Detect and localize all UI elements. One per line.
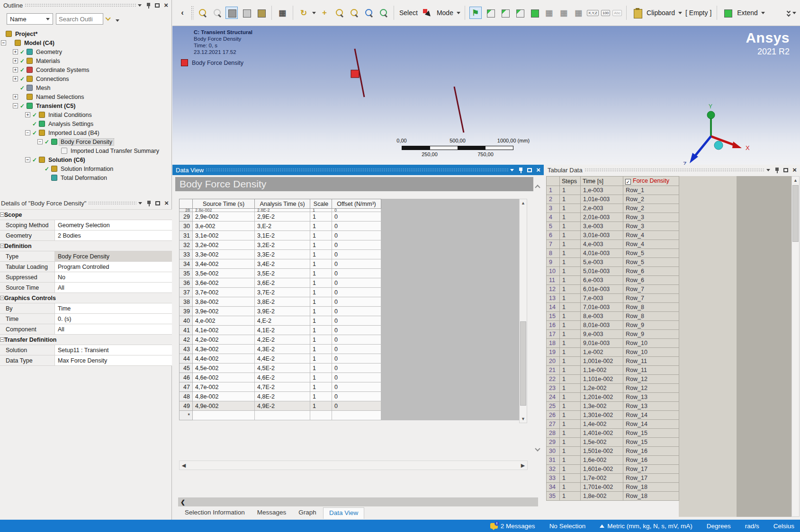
tabular-data-cell[interactable]: 1,501e-002 (581, 447, 623, 456)
load-table-row[interactable]: 333,3e-0023,3E-210 (180, 250, 381, 259)
tabular-time-header[interactable]: Time [s] (581, 177, 623, 186)
tree-item-total-deformation[interactable]: Total Deformation (0, 173, 171, 182)
tabular-data-cell[interactable]: Row_4 (623, 240, 679, 249)
tabular-data-cell[interactable]: 1 (560, 447, 581, 456)
label-annotation-icon[interactable]: Abc (612, 10, 622, 16)
tabular-data-cell[interactable]: 1 (560, 357, 581, 366)
load-table-cell[interactable]: 2,9e-002 (193, 212, 255, 222)
load-table-cell[interactable]: 1 (310, 354, 332, 364)
section-collapse-icon[interactable]: − (0, 244, 4, 248)
load-table-cell[interactable]: 4,8e-002 (193, 392, 255, 401)
orientation-triad[interactable]: Y X Z (679, 101, 750, 165)
load-table-cell[interactable]: 0 (332, 250, 381, 259)
zoom-fit-icon[interactable] (362, 7, 375, 19)
tabular-data-cell[interactable]: 7,01e-003 (581, 303, 623, 312)
tree-expander-icon[interactable]: − (13, 103, 18, 108)
tabular-data-row[interactable]: 1216,01e-003Row_7 (547, 285, 679, 294)
load-table-cell[interactable]: 0 (332, 316, 381, 326)
tabular-data-cell[interactable]: 1,01e-003 (581, 195, 623, 204)
tabular-data-row[interactable]: 1911,e-002Row_10 (547, 348, 679, 357)
tabular-data-cell[interactable]: 4,e-003 (581, 240, 623, 249)
load-table-cell[interactable]: 3,5E-2 (255, 269, 310, 278)
load-table-row[interactable]: 494,9e-0024,9E-210 (180, 401, 381, 411)
load-table-row[interactable]: 484,8e-0024,8E-210 (180, 392, 381, 401)
tabular-data-row[interactable]: 1719,e-003Row_9 (547, 330, 679, 339)
tabular-data-cell[interactable]: 1 (560, 393, 581, 402)
load-table-cell[interactable]: 1 (310, 212, 332, 222)
load-table-cell[interactable]: 3,3E-2 (255, 250, 310, 259)
load-table-cell[interactable]: 3,2e-002 (193, 240, 255, 250)
tree-item-geometry[interactable]: +✓Geometry (0, 47, 171, 56)
details-menu-caret-icon[interactable] (138, 202, 142, 204)
clipboard-label[interactable]: Clipboard (646, 9, 676, 17)
load-table-cell[interactable]: 3,8E-2 (255, 297, 310, 307)
details-property-value[interactable]: Max Force Density (55, 355, 172, 365)
tree-expander-icon[interactable]: + (13, 49, 18, 54)
load-table-cell[interactable]: 1 (310, 288, 332, 297)
outline-menu-caret-icon[interactable] (138, 4, 142, 7)
tabular-close-icon[interactable]: × (792, 168, 797, 172)
mesh-element-select-icon[interactable]: ▦ (572, 7, 584, 19)
load-table-cell[interactable]: 0 (332, 307, 381, 316)
tabular-data-row[interactable]: 1015,01e-003Row_6 (547, 267, 679, 276)
load-table-cell[interactable]: 1 (310, 345, 332, 354)
outline-search-options-caret-icon[interactable] (116, 19, 119, 22)
tabular-data-cell[interactable]: Row_2 (623, 204, 679, 213)
dropdown-caret-icon[interactable] (312, 12, 316, 14)
tabular-data-cell[interactable]: Row_7 (623, 285, 679, 294)
tabular-data-cell[interactable]: Row_18 (623, 492, 679, 501)
tabular-data-cell[interactable]: 6,e-003 (581, 276, 623, 285)
load-table-cell[interactable] (255, 411, 310, 420)
tabular-data-cell[interactable]: 1,e-002 (581, 348, 623, 357)
tabular-data-cell[interactable]: Row_3 (623, 222, 679, 231)
tab-messages[interactable]: Messages (252, 507, 292, 518)
load-table-cell[interactable]: 1 (310, 222, 332, 231)
load-table-cell[interactable]: 3,2E-2 (255, 240, 310, 250)
load-table-cell[interactable]: 3,E-2 (255, 222, 310, 231)
tree-item-connections[interactable]: +✓Connections (0, 74, 171, 83)
load-table-column-header[interactable]: Offset (N/mm³) (332, 199, 381, 209)
load-table-cell[interactable] (310, 411, 332, 420)
load-table-cell[interactable]: 4,9e-002 (193, 401, 255, 411)
tree-item-initial-conditions[interactable]: +✓Initial Conditions (0, 110, 171, 119)
load-table-row[interactable]: 303,e-0023,E-210 (180, 222, 381, 231)
geometry-viewport[interactable]: C: Transient Structural Body Force Densi… (172, 26, 800, 165)
details-property-value[interactable]: Geometry Selection (55, 220, 172, 230)
dropdown-caret-icon[interactable] (792, 12, 796, 14)
tabular-data-cell[interactable]: 1 (560, 231, 581, 240)
load-table-row-partial[interactable]: 282,8e-0022,8E-210 (180, 209, 381, 212)
load-table-cell[interactable]: 4,4e-002 (193, 354, 255, 364)
load-table-cell[interactable]: 3,e-002 (193, 222, 255, 231)
pane-scroll-up-icon[interactable] (535, 185, 540, 190)
tabular-data-cell[interactable]: Row_17 (623, 474, 679, 483)
details-property-value[interactable]: All (55, 283, 172, 293)
tabular-data-cell[interactable]: Row_1 (623, 186, 679, 195)
tabular-data-cell[interactable]: 1 (560, 240, 581, 249)
load-table-cell[interactable]: 0 (332, 240, 381, 250)
load-table-cell[interactable]: 1 (310, 316, 332, 326)
tree-expander-icon[interactable]: + (13, 94, 18, 99)
load-table-cell[interactable]: 0 (332, 345, 381, 354)
tabular-data-row[interactable]: 2511,3e-002Row_13 (547, 402, 679, 411)
load-table-cell[interactable]: 4,1e-002 (193, 326, 255, 335)
tabular-data-row[interactable]: 1518,e-003Row_8 (547, 312, 679, 321)
load-table-column-header[interactable]: Analysis Time (s) (255, 199, 310, 209)
tabular-data-cell[interactable]: Row_11 (623, 357, 679, 366)
outline-pin-icon[interactable] (146, 2, 151, 9)
tabular-data-cell[interactable]: 1 (560, 267, 581, 276)
tree-item-mesh[interactable]: ✓Mesh (0, 83, 171, 92)
tree-item-coordinate-systems[interactable]: +✓Coordinate Systems (0, 65, 171, 74)
tabular-data-cell[interactable]: 1 (560, 204, 581, 213)
select-filter-flags-icon[interactable]: ⚑ (469, 7, 482, 19)
tabular-scroll-up-icon[interactable]: ▲ (792, 177, 799, 184)
tabular-data-cell[interactable]: 2,e-003 (581, 204, 623, 213)
tree-expander-icon[interactable]: − (25, 157, 30, 162)
tree-item-solution-information[interactable]: ✓Solution Information (0, 164, 171, 173)
load-table-cell[interactable]: 1 (310, 231, 332, 240)
body-select-icon[interactable] (528, 7, 540, 19)
load-table-row[interactable]: 434,3e-0024,3E-210 (180, 345, 381, 354)
load-table-cell[interactable]: 4,1E-2 (255, 326, 310, 335)
load-table-cell[interactable]: 0 (332, 297, 381, 307)
load-table-cell[interactable]: 3,9e-002 (193, 307, 255, 316)
tabular-data-cell[interactable]: 1,4e-002 (581, 420, 623, 429)
